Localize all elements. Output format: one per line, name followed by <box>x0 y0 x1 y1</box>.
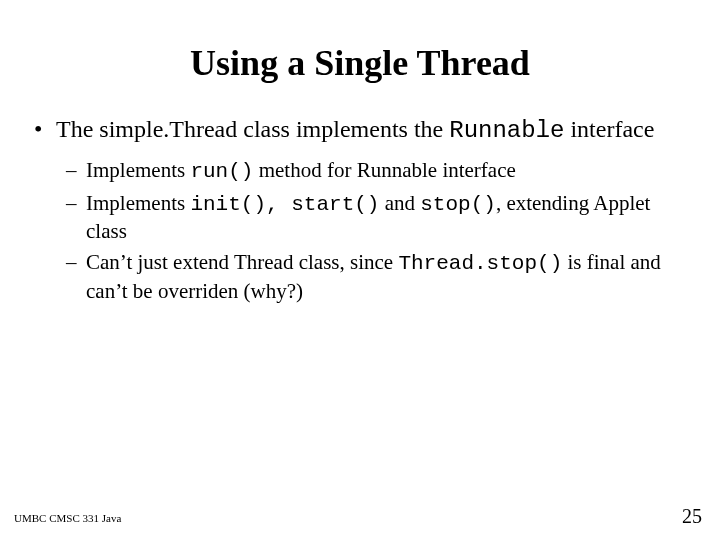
sub2-code1: init(), start() <box>190 193 379 216</box>
footer-left: UMBC CMSC 331 Java <box>14 512 121 524</box>
slide-body: The simple.Thread class implements the R… <box>0 84 720 305</box>
sub-bullets: Implements run() method for Runnable int… <box>56 147 680 305</box>
sub2-mid: and <box>379 191 420 215</box>
bullet-text-post: interface <box>564 116 654 142</box>
sub1-post: method for Runnable interface <box>253 158 515 182</box>
page-number: 25 <box>682 505 702 528</box>
sub-bullet-3: Can’t just extend Thread class, since Th… <box>86 249 680 305</box>
sub-bullet-1: Implements run() method for Runnable int… <box>86 157 680 186</box>
sub2-code2: stop() <box>420 193 496 216</box>
bullet-text-pre: The simple.Thread class implements the <box>56 116 449 142</box>
sub1-pre: Implements <box>86 158 190 182</box>
bullet-level1: The simple.Thread class implements the R… <box>56 114 680 305</box>
bullet-code: Runnable <box>449 117 564 144</box>
sub3-code: Thread.stop() <box>398 252 562 275</box>
sub3-pre: Can’t just extend Thread class, since <box>86 250 398 274</box>
sub2-pre: Implements <box>86 191 190 215</box>
sub-bullet-2: Implements init(), start() and stop(), e… <box>86 190 680 246</box>
slide: Using a Single Thread The simple.Thread … <box>0 0 720 540</box>
slide-title: Using a Single Thread <box>0 0 720 84</box>
sub1-code: run() <box>190 160 253 183</box>
